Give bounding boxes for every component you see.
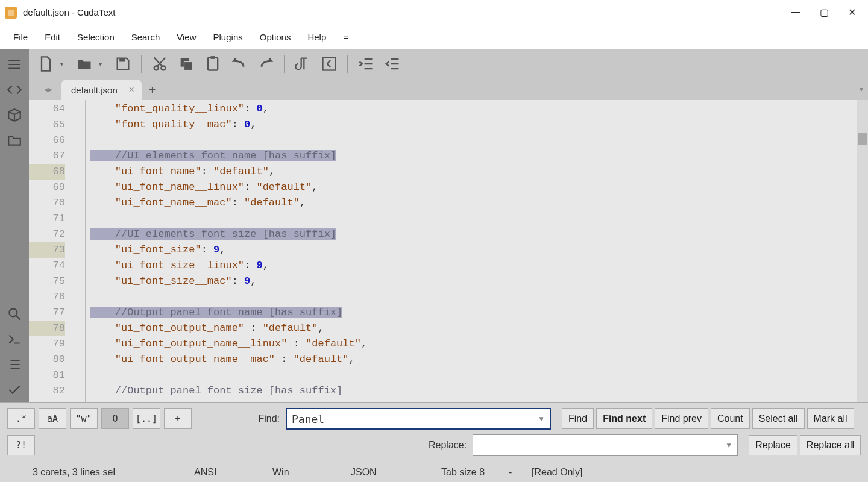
new-file-button[interactable] [34,52,58,76]
dropdown-icon[interactable]: ▼ [725,441,732,449]
menu-item-options[interactable]: Options [251,28,300,46]
hamburger-icon[interactable] [2,52,27,77]
find-action-find-prev[interactable]: Find prev [655,408,708,429]
code-area[interactable]: "font_quality__linux": 0, "font_quality_… [86,100,868,402]
svg-point-1 [9,308,17,316]
menu-item-help[interactable]: Help [299,28,335,46]
minimize-icon[interactable]: — [791,7,800,18]
code-line[interactable]: //UI elements font size [has suffix] [90,227,868,242]
menu-item-file[interactable]: File [5,28,36,46]
tab-scroll-arrows[interactable]: ◂▸ [35,78,61,100]
menu-item-search[interactable]: Search [123,28,169,46]
status-tabsize[interactable]: Tab size 8 [430,462,509,482]
find-action-find[interactable]: Find [562,408,594,429]
tab-close-icon[interactable]: × [128,84,134,95]
code-line[interactable]: "ui_font_size__mac": 9, [90,274,868,289]
status-dash: - [509,462,521,482]
code-line[interactable] [90,289,868,305]
find-action-find-next[interactable]: Find next [596,408,652,429]
redo-button[interactable] [254,52,278,76]
find-action-replace-all[interactable]: Replace all [800,435,861,455]
tab-add-button[interactable]: + [149,80,156,100]
toolbar: ▾ ▾ [29,49,868,78]
code-line[interactable]: "ui_font_name__linux": "default", [90,180,868,195]
code-line[interactable] [90,133,868,148]
status-readonly: [Read Only] [521,462,593,482]
dropdown-icon[interactable]: ▼ [538,415,545,423]
find-action-count[interactable]: Count [711,408,750,429]
close-icon[interactable]: ✕ [848,7,856,18]
replace-input[interactable]: ▼ [473,434,738,456]
menu-item-selection[interactable]: Selection [69,28,123,46]
find-option-button[interactable]: .* [7,408,35,429]
menu-item-plugins[interactable]: Plugins [205,28,251,46]
menu-item-edit[interactable]: Edit [36,28,69,46]
save-button[interactable] [111,52,135,76]
tab-overflow-icon[interactable]: ▾ [860,85,863,93]
open-file-dropdown[interactable]: ▾ [99,61,108,67]
paste-button[interactable] [201,52,225,76]
find-option-button[interactable]: + [164,408,192,429]
code-line[interactable]: "ui_font_output_name__mac" : "default", [90,352,868,368]
new-file-dropdown[interactable]: ▾ [60,61,70,67]
code-line[interactable]: "ui_font_output_name__linux" : "default"… [90,336,868,352]
menu-item-view[interactable]: View [168,28,204,46]
tab-label: default.json [71,85,118,95]
find-option-button[interactable]: [..] [133,408,160,429]
maximize-icon[interactable]: ▢ [820,7,829,18]
find-action-mark-all[interactable]: Mark all [807,408,854,429]
package-icon[interactable] [2,102,27,128]
tab-default-json[interactable]: default.json × [61,80,142,100]
terminal-icon[interactable] [2,327,27,352]
unprinted-button[interactable] [291,52,315,76]
fold-strip [72,100,86,402]
code-line[interactable]: "ui_font_size__linux": 9, [90,258,868,274]
status-encoding[interactable]: ANSI [183,462,262,482]
window-title: default.json - CudaText [23,7,791,17]
list-icon[interactable] [2,352,27,377]
check-icon[interactable] [2,377,27,402]
folder-icon[interactable] [2,128,27,153]
copy-button[interactable] [174,52,198,76]
search-icon[interactable] [2,301,27,327]
find-label: Find: [239,413,280,424]
minimap-button[interactable] [317,52,341,76]
code-line[interactable] [90,211,868,227]
editor[interactable]: 64656667686970717273747576777879808182 "… [29,100,868,402]
sidebar [0,49,29,402]
code-line[interactable]: "ui_font_name__mac": "default", [90,195,868,211]
code-line[interactable]: //UI elements font name [has suffix] [90,148,868,164]
cut-button[interactable] [148,52,172,76]
open-file-button[interactable] [72,52,96,76]
menu-item-=[interactable]: = [335,28,357,46]
code-line[interactable]: //Output panel font size [has suffix] [90,383,868,399]
code-icon[interactable] [2,77,27,102]
indent-button[interactable] [354,52,378,76]
code-line[interactable]: //Output panel font name [has suffix] [90,305,868,321]
tab-bar: ◂▸ default.json × + ▾ [29,78,868,100]
find-input[interactable]: Panel ▼ [286,408,551,430]
svg-rect-8 [211,56,215,59]
find-option-button[interactable]: aA [39,408,66,429]
unindent-button[interactable] [380,52,404,76]
confirm-replace-button[interactable]: ?! [7,435,35,455]
code-line[interactable]: "ui_font_output_name" : "default", [90,321,868,336]
code-line[interactable]: "font_quality__mac": 0, [90,117,868,133]
svg-point-4 [161,66,165,70]
code-line[interactable]: "ui_font_name": "default", [90,164,868,180]
find-action-replace[interactable]: Replace [749,435,797,455]
code-line[interactable]: "font_quality__linux": 0, [90,101,868,117]
find-option-button[interactable]: "w" [70,408,98,429]
code-line[interactable]: "ui_font_size": 9, [90,242,868,258]
find-option-button[interactable]: O [101,408,129,429]
svg-point-3 [154,66,159,70]
scrollbar-thumb[interactable] [858,133,867,145]
menubar: FileEditSelectionSearchViewPluginsOption… [0,25,868,49]
vertical-scrollbar[interactable] [857,100,868,402]
status-lexer[interactable]: JSON [340,462,430,482]
undo-button[interactable] [227,52,251,76]
status-line-ends[interactable]: Win [262,462,340,482]
find-action-select-all[interactable]: Select all [752,408,805,429]
svg-rect-9 [323,58,336,70]
code-line[interactable] [90,368,868,383]
